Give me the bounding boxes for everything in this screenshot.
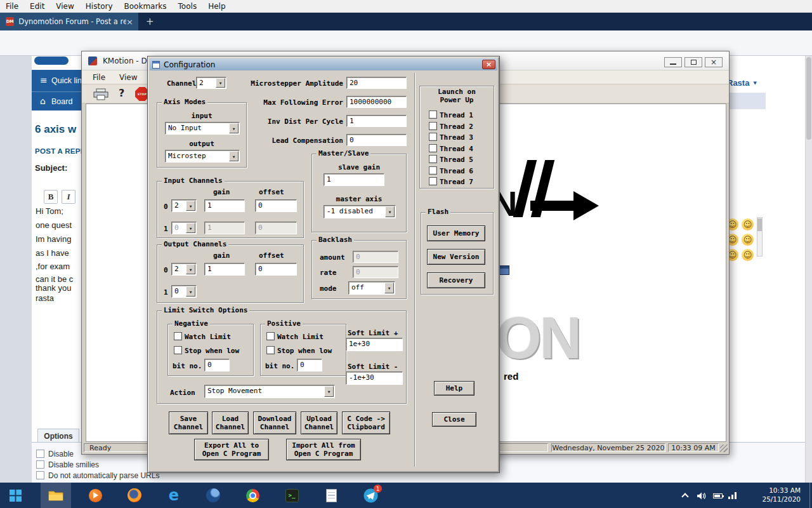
c-code-clipboard-button[interactable]: C Code ->Clipboard	[342, 411, 390, 434]
firefox-button[interactable]	[119, 483, 150, 508]
italic-button[interactable]: I	[62, 190, 75, 204]
thread-4-checkbox[interactable]	[429, 144, 437, 152]
input-channel-0-gain[interactable]: 1	[204, 199, 245, 212]
output-channel-0-select[interactable]: 2▼	[171, 263, 197, 276]
menu-history[interactable]: History	[80, 2, 119, 11]
pos-stop-when-low-checkbox[interactable]	[266, 346, 275, 354]
neg-bit-field[interactable]: 0	[204, 359, 230, 371]
soft-limit-minus-field[interactable]: -1e+30	[346, 371, 403, 385]
kmotion-menu-file[interactable]: File	[86, 73, 112, 82]
kmotion-menu-view[interactable]: View	[112, 73, 144, 82]
print-icon[interactable]	[93, 88, 108, 100]
dialog-close-action-button[interactable]: Close	[432, 412, 476, 427]
thread-2-checkbox[interactable]	[429, 122, 437, 130]
chevron-down-icon[interactable]: ▼	[384, 283, 394, 293]
menu-file[interactable]: File	[0, 2, 24, 11]
thread-1-checkbox[interactable]	[429, 110, 437, 119]
chevron-down-icon[interactable]: ▼	[186, 286, 195, 297]
new-version-button[interactable]: New Version	[427, 249, 485, 265]
import-all-button[interactable]: Import All fromOpen C Program	[286, 439, 361, 460]
page-scrollbar[interactable]	[805, 56, 812, 483]
maximize-button[interactable]	[684, 57, 702, 67]
thunderbird-button[interactable]	[198, 483, 228, 508]
dialog-titlebar[interactable]: Configuration	[150, 58, 497, 70]
internet-explorer-button[interactable]: e	[159, 483, 189, 508]
file-explorer-button[interactable]	[41, 483, 71, 508]
neg-watch-limit-checkbox[interactable]	[174, 332, 182, 340]
bold-button[interactable]: B	[44, 190, 58, 204]
browser-tab[interactable]: DM Dynomotion Forum - Post a rep ×	[0, 13, 138, 30]
tray-expand-icon[interactable]	[681, 493, 688, 500]
max-following-error-field[interactable]: 1000000000	[346, 96, 407, 108]
slave-gain-field[interactable]: 1	[324, 173, 384, 186]
output-channel-0-gain[interactable]: 1	[204, 263, 245, 276]
user-memory-button[interactable]: User Memory	[427, 225, 485, 241]
backlash-mode-select[interactable]: off▼	[348, 281, 395, 295]
recovery-button[interactable]: Recovery	[427, 272, 485, 288]
dialog-close-button[interactable]: ×	[482, 60, 495, 69]
output-channel-1-select[interactable]: 0▼	[171, 285, 197, 298]
menu-bookmarks[interactable]: Bookmarks	[119, 2, 173, 11]
inv-dist-per-cycle-field[interactable]: 1	[346, 115, 407, 127]
menu-edit[interactable]: Edit	[24, 2, 50, 11]
upload-channel-button[interactable]: UploadChannel	[301, 411, 337, 434]
smiley-button[interactable]: ☺	[742, 218, 754, 231]
output-channel-0-offset[interactable]: 0	[255, 263, 297, 276]
smiley-button[interactable]: ☺	[742, 249, 754, 261]
media-player-button[interactable]	[80, 483, 110, 508]
lead-compensation-field[interactable]: 0	[346, 134, 407, 146]
telegram-button[interactable]: 1	[355, 483, 386, 508]
master-axis-select[interactable]: -1 disabled▼	[324, 205, 396, 218]
chevron-down-icon[interactable]: ▼	[229, 151, 239, 161]
clock[interactable]: 10:33 AM 25/11/2020	[750, 486, 801, 504]
forum-top-button[interactable]	[34, 57, 69, 65]
scrollbar-thumb[interactable]	[806, 57, 811, 140]
load-channel-button[interactable]: LoadChannel	[212, 411, 249, 434]
limit-action-select[interactable]: Stop Movement▼	[204, 385, 335, 398]
neg-stop-when-low-checkbox[interactable]	[174, 346, 182, 354]
terminal-button[interactable]: >_	[277, 483, 307, 508]
menu-tools[interactable]: Tools	[173, 2, 203, 11]
output-mode-select[interactable]: Microstep▼	[165, 150, 240, 163]
thread-6-checkbox[interactable]	[429, 166, 437, 175]
volume-icon[interactable]	[697, 492, 706, 500]
thread-7-checkbox[interactable]	[429, 177, 437, 185]
document-app-button[interactable]	[316, 483, 346, 508]
start-button[interactable]	[0, 483, 30, 508]
save-channel-button[interactable]: SaveChannel	[169, 411, 208, 434]
menu-view[interactable]: View	[50, 2, 79, 11]
board-link[interactable]: Board	[51, 97, 72, 106]
download-channel-button[interactable]: DownloadChannel	[253, 411, 296, 434]
chevron-down-icon[interactable]: ▼	[385, 206, 395, 217]
battery-icon[interactable]	[713, 493, 723, 498]
chrome-button[interactable]	[237, 483, 268, 508]
help-icon[interactable]: ?	[119, 87, 124, 99]
option-checkbox[interactable]	[36, 450, 44, 458]
new-tab-button[interactable]: +	[146, 16, 154, 27]
scrollbar-thumb[interactable]	[757, 218, 762, 231]
input-mode-select[interactable]: No Input▼	[165, 122, 240, 135]
thread-5-checkbox[interactable]	[429, 155, 437, 163]
thread-3-checkbox[interactable]	[429, 133, 437, 141]
option-checkbox[interactable]	[36, 460, 44, 469]
username[interactable]: Rasta	[727, 78, 749, 88]
input-channel-0-select[interactable]: 2▼	[171, 199, 197, 212]
option-checkbox[interactable]	[36, 471, 44, 479]
microstepper-amplitude-field[interactable]: 20	[346, 77, 407, 89]
soft-limit-plus-field[interactable]: 1e+30	[346, 338, 403, 351]
pos-watch-limit-checkbox[interactable]	[266, 332, 275, 340]
tab-close-icon[interactable]: ×	[126, 18, 133, 26]
input-channel-0-offset[interactable]: 0	[255, 199, 297, 212]
pos-bit-field[interactable]: 0	[297, 359, 322, 371]
menu-help[interactable]: Help	[202, 2, 231, 11]
help-button[interactable]: Help	[434, 381, 475, 396]
chevron-down-icon[interactable]: ▼	[229, 123, 239, 133]
minimize-button[interactable]	[664, 57, 682, 67]
close-button[interactable]: ×	[705, 57, 723, 67]
smiley-button[interactable]: ☺	[742, 234, 754, 246]
resize-grip[interactable]	[720, 444, 728, 452]
export-all-button[interactable]: Export All toOpen C Program	[194, 439, 269, 460]
chevron-down-icon[interactable]: ▼	[186, 201, 195, 211]
network-signal-icon[interactable]	[728, 491, 737, 499]
user-menu[interactable]: Rasta ▼	[727, 78, 757, 88]
